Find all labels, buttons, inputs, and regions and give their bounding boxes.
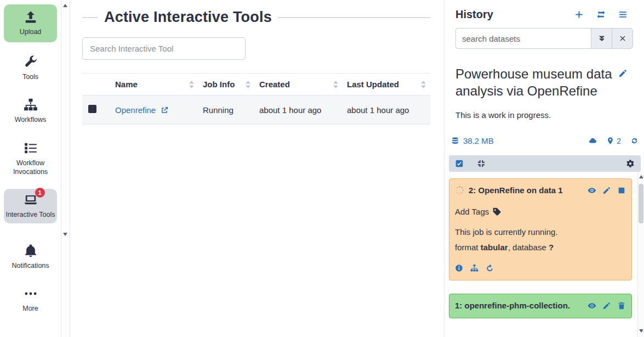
- edit-attributes-pencil-icon[interactable]: [602, 186, 611, 195]
- scrollbar-thumb[interactable]: [639, 184, 643, 223]
- add-tags-label: Add Tags: [455, 207, 489, 216]
- dataset-item-2[interactable]: 2: OpenRefine on data 1 Ad: [449, 178, 632, 280]
- sitemap-icon: [24, 98, 38, 112]
- scroll-up-arrow[interactable]: [639, 175, 643, 178]
- title-rule-right: [278, 17, 430, 18]
- format-label: format: [455, 243, 478, 252]
- column-header-created[interactable]: Created: [255, 74, 343, 96]
- history-panel: History Powerhouse: [444, 0, 644, 337]
- dataset-title[interactable]: 1: openrefine-phm-collection.: [455, 301, 583, 310]
- refresh-sync-icon[interactable]: [630, 137, 639, 145]
- sidebar-item-interactive-tools[interactable]: 1 Interactive Tools: [4, 189, 57, 223]
- sidebar-scrollbar[interactable]: [61, 0, 70, 337]
- laptop-icon: 1: [24, 193, 38, 207]
- storage-cloud-icon[interactable]: [589, 137, 597, 145]
- table-header-row: Name Job Info Created: [82, 74, 430, 96]
- column-label: Name: [115, 80, 138, 89]
- display-eye-icon[interactable]: [588, 186, 596, 195]
- sidebar-item-label: More: [22, 305, 38, 313]
- database-icon: [451, 137, 459, 145]
- external-link-icon[interactable]: [161, 106, 169, 114]
- delete-trash-icon[interactable]: [617, 301, 626, 310]
- dataset-count-value: 2: [617, 137, 621, 145]
- upload-icon: [24, 10, 38, 24]
- edit-history-pencil-icon[interactable]: [618, 69, 628, 78]
- sidebar-item-upload[interactable]: Upload: [4, 4, 57, 42]
- created-cell: about 1 hour ago: [255, 96, 343, 125]
- interactive-tool-search-input[interactable]: [82, 37, 246, 60]
- sort-icon[interactable]: [421, 81, 426, 88]
- main-panel: Active Interactive Tools Name Job: [70, 0, 444, 337]
- collapse-all-icon[interactable]: [477, 159, 486, 168]
- page-title: Active Interactive Tools: [104, 9, 272, 26]
- add-tags-control[interactable]: Add Tags: [455, 207, 626, 216]
- column-header-name[interactable]: Name: [111, 74, 198, 96]
- dataset-header: 2: OpenRefine on data 1: [455, 186, 626, 195]
- interactive-tools-table: Name Job Info Created: [82, 73, 430, 125]
- history-name[interactable]: Powerhouse museum data analysis via Open…: [455, 65, 618, 99]
- database-label: database: [512, 243, 546, 252]
- history-storage-icons: 2: [589, 137, 639, 145]
- sort-icon[interactable]: [246, 81, 250, 88]
- activity-bar: Upload Tools Workflows: [0, 0, 61, 337]
- column-label: Created: [259, 80, 290, 89]
- scroll-down-arrow[interactable]: [639, 329, 643, 333]
- history-name-row: Powerhouse museum data analysis via Open…: [455, 65, 628, 99]
- column-header-job-info[interactable]: Job Info: [198, 74, 255, 96]
- advanced-filter-button[interactable]: [591, 28, 612, 49]
- stop-job-square-icon[interactable]: [617, 186, 626, 195]
- job-details-sitemap-icon[interactable]: [470, 264, 478, 272]
- sidebar-item-tools[interactable]: Tools: [4, 51, 57, 86]
- history-options-bars-icon[interactable]: [618, 10, 628, 19]
- edit-attributes-pencil-icon[interactable]: [602, 301, 611, 310]
- column-header-checkbox: [82, 74, 111, 96]
- scroll-up-arrow[interactable]: [63, 4, 67, 7]
- rerun-redo-icon[interactable]: [486, 264, 494, 272]
- clear-search-button[interactable]: [612, 28, 633, 49]
- job-info-cell: Running: [198, 96, 255, 125]
- title-rule-left: [82, 17, 98, 18]
- new-history-plus-icon[interactable]: [574, 10, 584, 19]
- dataset-count[interactable]: 2: [606, 137, 621, 145]
- history-list-scrollbar[interactable]: [637, 172, 644, 337]
- map-marker-icon: [606, 137, 614, 145]
- ellipsis-icon: [24, 287, 38, 301]
- history-annotation: This is a work in progress.: [455, 110, 633, 120]
- history-settings-gear-icon[interactable]: [626, 159, 635, 168]
- sidebar-item-workflow-invocations[interactable]: Workflow Invocations: [4, 137, 57, 180]
- history-storage-row: 38.2 MB 2: [451, 136, 639, 145]
- column-header-last-updated[interactable]: Last Updated: [343, 74, 430, 96]
- dataset-info-icon[interactable]: [455, 264, 463, 272]
- dataset-title[interactable]: 2: OpenRefine on data 1: [469, 186, 583, 195]
- spinner-icon: [455, 186, 464, 195]
- sort-icon[interactable]: [333, 81, 338, 88]
- display-eye-icon[interactable]: [588, 301, 596, 310]
- select-all-checkbox-icon[interactable]: [455, 159, 464, 168]
- galaxy-app: Upload Tools Workflows: [0, 0, 644, 337]
- dataset-item-1[interactable]: 1: openrefine-phm-collection.: [449, 294, 632, 318]
- sidebar-item-label: Notifications: [12, 262, 49, 271]
- format-separator: ,: [508, 243, 510, 252]
- row-checkbox[interactable]: [88, 105, 96, 113]
- switch-history-icon[interactable]: [596, 10, 606, 19]
- dataset-format-line: format tabular, database ?: [455, 243, 626, 252]
- dataset-list: 2: OpenRefine on data 1 Ad: [444, 172, 644, 337]
- sidebar-item-more[interactable]: More: [4, 283, 57, 317]
- history-panel-title: History: [455, 8, 574, 21]
- dataset-selection-toolbar: [449, 155, 641, 172]
- sidebar-item-workflows[interactable]: Workflows: [4, 94, 57, 128]
- page-title-row: Active Interactive Tools: [82, 9, 430, 26]
- openrefine-link[interactable]: Openrefine: [115, 105, 156, 115]
- tag-icon: [492, 207, 501, 216]
- database-help-link[interactable]: ?: [549, 243, 554, 252]
- dataset-header-icons: [588, 301, 626, 310]
- sidebar-item-notifications[interactable]: Notifications: [4, 240, 57, 274]
- dataset-header-icons: [588, 186, 626, 195]
- angle-double-down-icon: [598, 35, 606, 42]
- history-size-label: 38.2 MB: [463, 136, 494, 145]
- history-size[interactable]: 38.2 MB: [451, 136, 494, 145]
- interactive-tools-count-badge: 1: [35, 188, 45, 198]
- sort-icon[interactable]: [189, 81, 194, 88]
- history-search-input[interactable]: [455, 28, 591, 49]
- scroll-down-arrow[interactable]: [63, 233, 67, 236]
